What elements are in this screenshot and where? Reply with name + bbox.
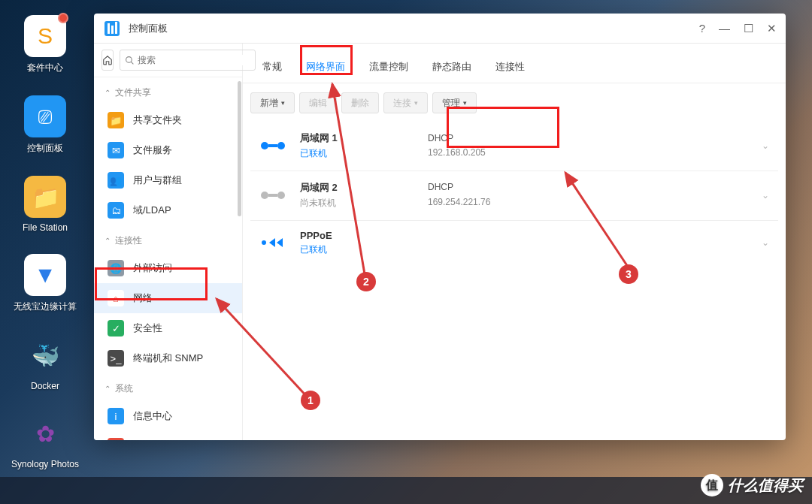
chevron-down-icon[interactable]: ⌄ bbox=[757, 190, 774, 201]
desktop-item-label: Synology Photos bbox=[8, 459, 83, 469]
interface-name: PPPoE bbox=[300, 230, 428, 241]
sidebar-item-label: 网络 bbox=[133, 291, 153, 305]
sidebar-group-header[interactable]: ⌃系统 bbox=[94, 373, 242, 401]
interface-icon bbox=[259, 186, 286, 204]
lan-icon bbox=[260, 140, 286, 152]
desktop-item-label: 套件中心 bbox=[8, 62, 83, 74]
sidebar-group-header[interactable]: ⌃连接性 bbox=[94, 225, 242, 253]
chevron-down-icon[interactable]: ⌄ bbox=[757, 140, 774, 151]
search-input[interactable] bbox=[138, 55, 250, 65]
sidebar-item[interactable]: i信息中心 bbox=[94, 401, 242, 431]
desktop-item-label: 无线宝边缘计算 bbox=[8, 300, 83, 313]
svg-rect-10 bbox=[268, 194, 277, 197]
sidebar-item[interactable]: 👥用户与群组 bbox=[94, 165, 242, 195]
svg-marker-14 bbox=[277, 238, 283, 247]
sidebar-item[interactable]: ✉文件服务 bbox=[94, 135, 242, 165]
chevron-icon: ⌃ bbox=[105, 237, 111, 245]
home-icon bbox=[102, 55, 113, 65]
main-panel: 常规网络界面流量控制静态路由连接性 新增▾ 编辑 删除 连接▾ 管理▾ 局域网 … bbox=[243, 44, 786, 440]
interface-row[interactable]: 局域网 1已联机DHCP192.168.0.205⌄ bbox=[250, 122, 778, 171]
svg-rect-1 bbox=[108, 23, 110, 34]
desktop-item[interactable]: 📁File Station bbox=[8, 176, 83, 233]
add-button[interactable]: 新增▾ bbox=[250, 92, 295, 113]
help-button[interactable]: ? bbox=[699, 22, 705, 35]
close-button[interactable]: ✕ bbox=[767, 22, 777, 35]
sidebar-item[interactable]: ↗登录门户 bbox=[94, 431, 242, 440]
watermark-badge-icon: 值 bbox=[701, 474, 723, 496]
svg-point-6 bbox=[261, 142, 268, 149]
notification-badge bbox=[58, 13, 68, 23]
interface-name: 局域网 2 bbox=[300, 181, 428, 195]
svg-point-4 bbox=[126, 56, 132, 62]
tab[interactable]: 连接性 bbox=[483, 54, 537, 83]
app-icon: ▼ bbox=[24, 254, 66, 296]
sidebar-scrollbar[interactable] bbox=[238, 81, 241, 216]
lan-icon bbox=[260, 189, 286, 201]
sidebar-item[interactable]: 📁共享文件夹 bbox=[94, 105, 242, 135]
sidebar-item-icon: 🌐 bbox=[108, 260, 124, 276]
sidebar-item-icon: ✉ bbox=[108, 142, 124, 158]
sidebar-item[interactable]: >_终端机和 SNMP bbox=[94, 343, 242, 373]
interface-row[interactable]: PPPoE已联机⌄ bbox=[250, 220, 778, 267]
interface-list: 局域网 1已联机DHCP192.168.0.205⌄局域网 2尚未联机DHCP1… bbox=[243, 122, 786, 267]
desktop-item[interactable]: S套件中心 bbox=[8, 15, 83, 74]
pppoe-icon bbox=[260, 235, 286, 250]
sidebar-item-icon: ✓ bbox=[108, 320, 124, 337]
sidebar-item-icon: ⌂ bbox=[108, 290, 124, 306]
sidebar-item-label: 用户与群组 bbox=[133, 174, 182, 187]
sidebar-item-icon: ↗ bbox=[108, 438, 124, 440]
search-icon bbox=[125, 56, 135, 65]
svg-point-8 bbox=[277, 142, 285, 149]
maximize-button[interactable]: ☐ bbox=[744, 22, 753, 35]
taskbar bbox=[0, 477, 812, 504]
manage-button[interactable]: 管理▾ bbox=[432, 92, 477, 113]
app-icon: 📁 bbox=[24, 176, 66, 218]
desktop-item-label: File Station bbox=[8, 222, 83, 233]
sidebar-group-label: 文件共享 bbox=[115, 86, 151, 99]
sidebar-group-label: 系统 bbox=[115, 382, 133, 395]
svg-rect-3 bbox=[115, 22, 117, 34]
app-icon: 🐳 bbox=[24, 334, 66, 376]
sidebar-group-header[interactable]: ⌃文件共享 bbox=[94, 77, 242, 105]
sidebar-item[interactable]: 🌐外部访问 bbox=[94, 253, 242, 283]
sidebar-item[interactable]: ✓安全性 bbox=[94, 313, 242, 343]
desktop-item-label: 控制面板 bbox=[8, 142, 83, 155]
sidebar: ⌃文件共享📁共享文件夹✉文件服务👥用户与群组🗂域/LDAP⌃连接性🌐外部访问⌂网… bbox=[94, 44, 243, 440]
app-icon: ✿ bbox=[24, 412, 66, 454]
interface-status: 已联机 bbox=[300, 147, 428, 160]
search-box[interactable] bbox=[120, 50, 256, 71]
delete-button[interactable]: 删除 bbox=[341, 92, 379, 113]
chevron-icon: ⌃ bbox=[105, 385, 111, 393]
desktop-item[interactable]: ⎚控制面板 bbox=[8, 95, 83, 155]
interface-ip: 169.254.221.76 bbox=[428, 195, 757, 210]
desktop: S套件中心⎚控制面板📁File Station▼无线宝边缘计算🐳Docker✿S… bbox=[0, 0, 90, 490]
interface-status: 尚未联机 bbox=[300, 197, 428, 210]
desktop-item[interactable]: 🐳Docker bbox=[8, 334, 83, 391]
control-panel-icon bbox=[103, 20, 121, 38]
app-icon: S bbox=[24, 15, 66, 57]
sidebar-item[interactable]: ⌂网络 bbox=[94, 283, 242, 313]
interface-row[interactable]: 局域网 2尚未联机DHCP169.254.221.76⌄ bbox=[250, 171, 778, 219]
connect-button[interactable]: 连接▾ bbox=[383, 92, 428, 113]
sidebar-item-icon: 📁 bbox=[108, 112, 124, 128]
svg-rect-2 bbox=[111, 26, 114, 34]
svg-point-12 bbox=[262, 240, 266, 245]
interface-name: 局域网 1 bbox=[300, 131, 428, 145]
sidebar-item-label: 域/LDAP bbox=[133, 204, 171, 217]
tab[interactable]: 网络界面 bbox=[294, 54, 357, 83]
edit-button[interactable]: 编辑 bbox=[299, 92, 337, 113]
sidebar-item-label: 信息中心 bbox=[133, 409, 172, 423]
app-icon: ⎚ bbox=[24, 95, 66, 137]
chevron-down-icon[interactable]: ⌄ bbox=[757, 237, 774, 248]
sidebar-item-label: 安全性 bbox=[133, 321, 162, 335]
desktop-item[interactable]: ✿Synology Photos bbox=[8, 412, 83, 469]
tab[interactable]: 静态路由 bbox=[420, 54, 483, 83]
sidebar-item-label: 文件服务 bbox=[133, 143, 172, 157]
sidebar-item[interactable]: 🗂域/LDAP bbox=[94, 195, 242, 225]
home-button[interactable] bbox=[102, 50, 114, 71]
tab[interactable]: 流量控制 bbox=[357, 54, 420, 83]
sidebar-item-label: 外部访问 bbox=[133, 261, 172, 275]
desktop-item[interactable]: ▼无线宝边缘计算 bbox=[8, 254, 83, 313]
minimize-button[interactable]: — bbox=[719, 22, 730, 35]
tab[interactable]: 常规 bbox=[250, 54, 294, 83]
